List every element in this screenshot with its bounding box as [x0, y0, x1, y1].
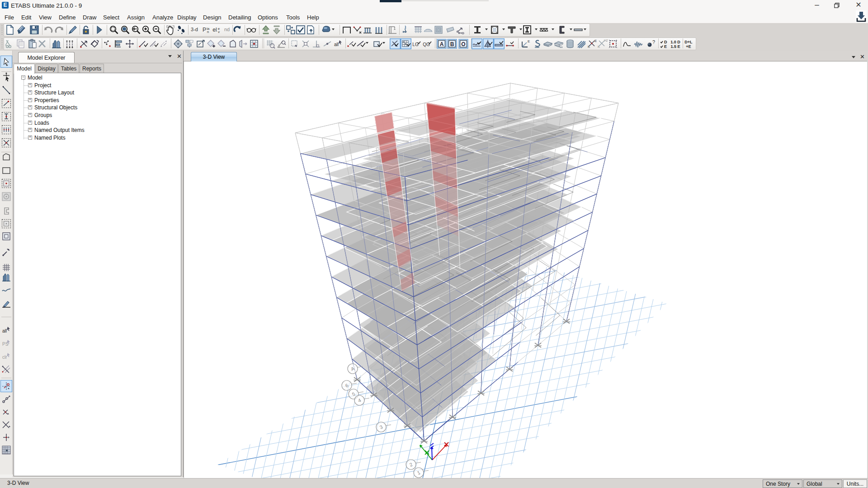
svg-text:HZ: HZ [604, 39, 608, 42]
svg-text:3-d: 3-d [191, 27, 198, 32]
svg-text:D: D [664, 40, 667, 44]
svg-text:A: A [440, 41, 444, 47]
svg-text:K: K [598, 45, 600, 49]
svg-text:E: E [528, 39, 530, 43]
svg-text:1.0 D: 1.0 D [670, 40, 680, 44]
svg-text:n: n [207, 30, 209, 34]
svg-text:O: O [461, 41, 465, 47]
svg-text:el: el [212, 27, 217, 33]
svg-text:K: K [588, 45, 590, 49]
svg-text:D+L: D+L [684, 40, 693, 44]
svg-text:B: B [450, 41, 454, 47]
svg-text:E: E [664, 44, 667, 49]
svg-text:?: ? [652, 39, 655, 45]
svg-text:1.5 E: 1.5 E [670, 44, 680, 49]
svg-text:P: P [203, 27, 206, 33]
svg-text:nd: nd [224, 27, 230, 32]
svg-text:all: all [334, 42, 339, 47]
svg-text:clr: clr [2, 355, 7, 360]
svg-text:v: v [218, 30, 220, 34]
svg-text:+E: +E [686, 44, 691, 49]
svg-text:all: all [2, 328, 7, 333]
